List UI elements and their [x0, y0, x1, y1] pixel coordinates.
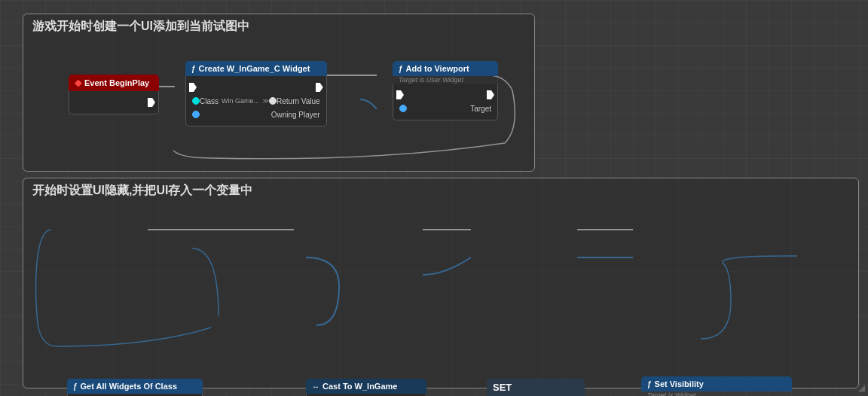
create-class-label: Class: [200, 97, 219, 105]
create-class-row: Class Win Game... ≫ Return Value: [186, 94, 326, 108]
node-create-body: Class Win Game... ≫ Return Value Owning …: [185, 76, 327, 126]
addviewport-target-label: Target: [470, 105, 491, 113]
section1: 游戏开始时创建一个UI添加到当前试图中 ◆ Event BeginPlay ƒ …: [23, 14, 535, 172]
node-getwidgets-label: Get All Widgets Of Class: [81, 382, 177, 391]
node-addviewport-header: ƒ Add to Viewport: [393, 61, 498, 76]
create-exec-in[interactable]: [189, 83, 197, 92]
node-cast-label: Cast To W_InGame: [322, 382, 397, 391]
node-setvis-header: ƒ Set Visibility: [641, 376, 792, 391]
node-set-header: SET: [487, 379, 585, 396]
node-cast: ↔ Cast To W_InGame Object Cast Failed As…: [306, 379, 426, 396]
node-getwidgets: ƒ Get All Widgets Of Class Widget Class …: [67, 379, 203, 396]
node-create-widget: ƒ Create W_InGame_C Widget Class Win Gam…: [185, 61, 327, 126]
node-setvis-subtitle: Target is Widget: [641, 391, 792, 396]
node-set-label: SET: [493, 382, 512, 393]
node-create-label: Create W_InGame_C Widget: [199, 64, 310, 73]
node-set-visibility: ƒ Set Visibility Target is Widget Target…: [641, 376, 792, 396]
addviewport-exec-row: [393, 88, 497, 102]
node-create-header: ƒ Create W_InGame_C Widget: [185, 61, 327, 76]
node-addviewport-body: Target: [393, 84, 498, 120]
node-addviewport-label: Add to Viewport: [406, 64, 469, 73]
create-return-label: Return Value: [277, 97, 320, 105]
func-icon: ƒ: [191, 65, 196, 73]
create-class-pin[interactable]: [192, 97, 200, 105]
node-event-body: [69, 91, 159, 114]
addviewport-target-row: Target: [393, 102, 497, 115]
node-cast-header: ↔ Cast To W_InGame: [306, 379, 426, 394]
create-class-value: Win Game...: [222, 97, 259, 105]
addviewport-exec-in[interactable]: [396, 90, 404, 99]
section2-title: 开始时设置UI隐藏,并把UI存入一个变量中: [23, 178, 858, 203]
node-getwidgets-header: ƒ Get All Widgets Of Class: [67, 379, 203, 394]
func-icon4: ƒ: [647, 380, 652, 388]
section1-title: 游戏开始时创建一个UI添加到当前试图中: [23, 14, 534, 39]
cast-icon: ↔: [312, 382, 319, 391]
addviewport-exec-out[interactable]: [487, 90, 494, 99]
create-exec-row: [186, 81, 326, 94]
create-return-pin[interactable]: [269, 97, 277, 105]
node-event-exec-row: [69, 96, 158, 109]
resize-indicator: ◢: [858, 382, 865, 393]
exec-out-pin[interactable]: [148, 98, 155, 107]
func-icon2: ƒ: [399, 65, 403, 73]
create-owning-label: Owning Player: [271, 111, 320, 119]
create-owning-pin[interactable]: [192, 111, 200, 118]
func-icon3: ƒ: [73, 382, 78, 391]
node-event-label: Event BeginPlay: [84, 78, 149, 87]
node-set: SET The Win Game: [487, 379, 585, 396]
expand-icon: ≫: [262, 97, 269, 105]
node-addviewport-subtitle: Target is User Widget: [393, 76, 498, 84]
create-owning-row: Owning Player: [186, 108, 326, 121]
create-exec-out[interactable]: [316, 83, 323, 92]
node-add-viewport: ƒ Add to Viewport Target is User Widget …: [393, 61, 498, 120]
addviewport-target-pin[interactable]: [399, 105, 407, 112]
node-setvis-label: Set Visibility: [655, 379, 704, 388]
node-event-beginplay: ◆ Event BeginPlay: [69, 75, 159, 114]
node-event-header: ◆ Event BeginPlay: [69, 75, 159, 91]
section2: 开始时设置UI隐藏,并把UI存入一个变量中 ƒ Get All Widgets …: [23, 178, 859, 388]
diamond-icon: ◆: [75, 78, 81, 88]
